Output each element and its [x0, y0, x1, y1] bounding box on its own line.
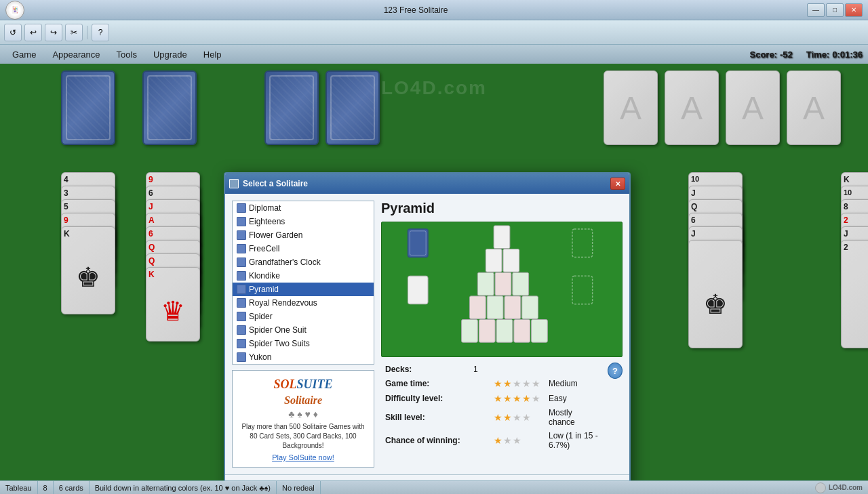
toolbar-btn-help[interactable]: ? [92, 24, 109, 41]
game-list-item-diplomat[interactable]: Diplomat [233, 201, 374, 215]
status-rule-text: Build down in alternating colors (ex. 10… [95, 484, 271, 492]
game-list-item-freecell[interactable]: FreeCell [233, 242, 374, 255]
game-list-item-label: Spider [249, 312, 273, 321]
menu-game[interactable]: Game [5, 47, 43, 62]
dialog-icon [229, 179, 239, 188]
svg-rect-9 [522, 296, 538, 319]
game-list-item-label: Pyramid [249, 285, 279, 294]
game-list-item-flower-garden[interactable]: Flower Garden [233, 228, 374, 242]
svg-rect-14 [532, 320, 548, 343]
menu-bar: Game Appearance Tools Upgrade Help Score… [0, 45, 868, 64]
game-list-item-label: FreeCell [249, 244, 279, 253]
stat-decks-stars [490, 366, 498, 370]
status-redeal-text: No redeal [282, 484, 315, 492]
svg-rect-4 [495, 272, 511, 295]
stat-chance: Chance of winning: ★★★ Low (1 in 15 - 6.… [381, 429, 602, 452]
svg-rect-8 [505, 296, 521, 319]
game-list-item-spider-one-suit[interactable]: Spider One Suit [233, 323, 374, 337]
menu-appearance[interactable]: Appearance [45, 47, 106, 62]
toolbar-btn-back[interactable]: ↩ [24, 24, 42, 41]
stat-decks: Decks: 1 [381, 363, 602, 376]
promo-suits: ♣ ♠ ♥ ♦ [238, 409, 368, 419]
stat-decks-label: Decks: [381, 363, 469, 376]
toolbar-btn-forward[interactable]: ↪ [45, 24, 62, 41]
score-display: Score: -52 [749, 49, 792, 60]
close-button[interactable]: ✕ [845, 3, 863, 17]
status-count: 8 [38, 481, 54, 494]
status-redeal: No redeal [277, 481, 321, 494]
menu-help[interactable]: Help [197, 47, 229, 62]
stat-skill-text: Mostly chance [545, 406, 602, 429]
game-detail-panel: Pyramid [381, 201, 623, 468]
game-list-item-royal-rendezvous[interactable]: Royal Rendezvous [233, 296, 374, 310]
help-button[interactable]: ? [608, 363, 623, 379]
game-list-item-icon [237, 258, 246, 267]
game-list-item-icon [237, 298, 246, 308]
dialog-title-text: Select a Solitaire [243, 179, 308, 188]
game-list-item-spider[interactable]: Spider [233, 310, 374, 323]
dialog-close-button[interactable]: ✕ [610, 178, 625, 190]
svg-rect-5 [513, 272, 529, 295]
svg-rect-3 [477, 272, 494, 295]
game-list-item-eighteens[interactable]: Eighteens [233, 215, 374, 228]
game-list-item-spider-two-suits[interactable]: Spider Two Suits [233, 337, 374, 350]
time-label: Time: [806, 49, 829, 60]
title-bar-left: 🃏 [5, 1, 24, 20]
stat-chance-label: Chance of winning: [381, 429, 469, 452]
stat-difficulty-label: Difficulty level: [381, 391, 469, 406]
status-count-value: 8 [43, 484, 47, 492]
game-list-item-icon [237, 217, 246, 226]
svg-rect-1 [486, 249, 502, 272]
menu-tools[interactable]: Tools [110, 47, 144, 62]
game-list-item-label: Diplomat [249, 203, 281, 213]
status-tableau-label: Tableau [5, 484, 32, 492]
status-bar: Tableau 8 6 cards Build down in alternat… [0, 480, 868, 494]
toolbar: ↺ ↩ ↪ ✂ ? [0, 20, 868, 45]
game-list-item-grandfather's-clock[interactable]: Grandfather's Clock [233, 255, 374, 269]
game-detail-title: Pyramid [381, 201, 623, 216]
game-list-item-yukon[interactable]: Yukon [233, 350, 374, 364]
toolbar-btn-cut[interactable]: ✂ [65, 24, 83, 41]
lo4d-text: LO4D.com [829, 484, 863, 491]
status-cards-value: 6 cards [59, 484, 83, 492]
game-list-item-klondike[interactable]: Klondike [233, 269, 374, 283]
promo-text: Play more than 500 Solitaire Games with … [238, 422, 368, 451]
game-list-panel: DiplomatEighteensFlower GardenFreeCellGr… [232, 201, 374, 468]
game-list-item-label: Spider One Suit [249, 325, 307, 335]
svg-rect-13 [514, 320, 530, 343]
svg-rect-17 [408, 276, 428, 304]
gametime-stars-display: ★★★★★ [494, 378, 540, 389]
dialog-body: DiplomatEighteensFlower GardenFreeCellGr… [225, 194, 629, 474]
game-list-item-icon [237, 244, 246, 253]
chance-stars-display: ★★★ [494, 435, 521, 446]
game-list-item-icon [237, 203, 246, 213]
dialog-title-bar: Select a Solitaire ✕ [225, 173, 629, 194]
game-list: DiplomatEighteensFlower GardenFreeCellGr… [232, 201, 374, 365]
stat-gametime: Game time: ★★★★★ Medium [381, 376, 602, 391]
status-rule: Build down in alternating colors (ex. 10… [90, 481, 277, 494]
minimize-button[interactable]: — [807, 3, 825, 17]
menu-upgrade[interactable]: Upgrade [146, 47, 194, 62]
status-cards: 6 cards [54, 481, 90, 494]
stats-area: Decks: 1 Game time: ★★★★★ [381, 363, 623, 452]
stat-chance-text: Low (1 in 15 - 6.7%) [545, 429, 602, 452]
svg-rect-7 [487, 296, 503, 319]
toolbar-btn-undo[interactable]: ↺ [4, 24, 22, 41]
game-list-item-icon [237, 339, 246, 348]
score-value: -52 [780, 49, 793, 60]
svg-rect-12 [496, 320, 513, 343]
status-tableau: Tableau [0, 481, 38, 494]
stat-skill-stars: ★★★★ [490, 406, 545, 429]
game-list-item-pyramid[interactable]: Pyramid [233, 283, 374, 296]
game-preview [381, 222, 623, 357]
game-list-item-icon [237, 271, 246, 281]
window-title: 123 Free Solitaire [24, 5, 807, 15]
svg-rect-19 [572, 276, 593, 304]
stat-decks-text [545, 363, 602, 376]
svg-rect-2 [503, 249, 519, 272]
stat-skill-num [469, 406, 490, 429]
game-list-item-label: Royal Rendezvous [249, 298, 317, 308]
skill-stars-display: ★★★★ [494, 412, 531, 423]
promo-link[interactable]: Play SolSuite now! [238, 453, 368, 461]
maximize-button[interactable]: □ [826, 3, 844, 17]
